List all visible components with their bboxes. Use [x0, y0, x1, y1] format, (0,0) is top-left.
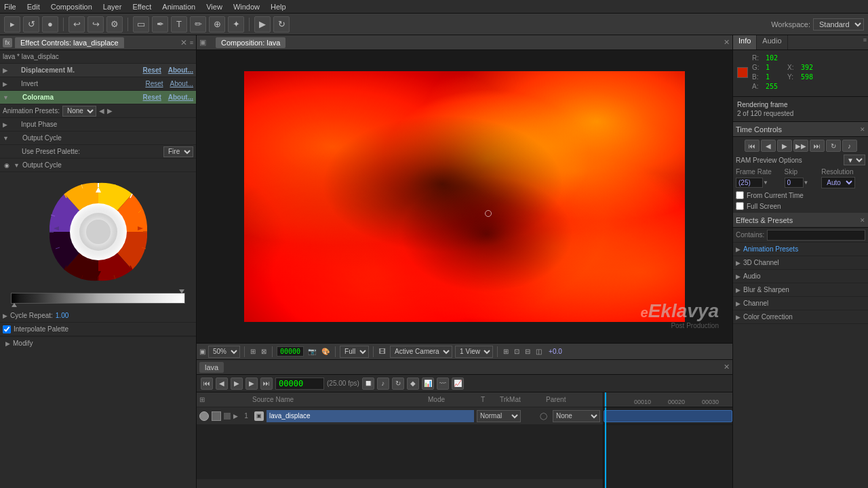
menu-edit[interactable]: Edit [26, 3, 41, 11]
tool-clone[interactable]: ⊕ [209, 16, 225, 33]
ctrl-3d[interactable]: ⊡ [513, 348, 521, 355]
tl-render[interactable]: 🔲 [362, 378, 374, 390]
timeline-bar-1[interactable] [604, 410, 732, 422]
effect-channel[interactable]: ▶ Channel [733, 297, 868, 310]
effect-controls-tab[interactable]: Effect Controls: lava_displace [15, 37, 124, 48]
layer-visibility[interactable] [199, 411, 209, 421]
tool-paint[interactable]: ● [42, 16, 58, 33]
transport-audio[interactable]: ♪ [842, 140, 857, 152]
menu-window[interactable]: Window [232, 3, 261, 11]
menu-animation[interactable]: Animation [161, 3, 197, 11]
tool-redo[interactable]: ↪ [87, 16, 104, 33]
tl-timecode[interactable] [275, 378, 324, 390]
tool-loop[interactable]: ↻ [273, 16, 290, 33]
colorama-row[interactable]: ▼ Colorama Reset About... [0, 91, 196, 104]
ctrl-safe[interactable]: ◫ [534, 348, 543, 355]
displacement-row[interactable]: ▶ Displacement M. Reset About... [0, 64, 196, 77]
menu-effect[interactable]: Effect [131, 3, 153, 11]
tool-arrow[interactable]: ▸ [4, 16, 20, 33]
effect-3d-channel[interactable]: ▶ 3D Channel [733, 256, 868, 270]
menu-layer[interactable]: Layer [102, 3, 123, 11]
invert-row[interactable]: ▶ Invert Reset About... [0, 77, 196, 91]
tl-graph[interactable]: 📈 [452, 378, 464, 390]
input-phase-row[interactable]: ▶ Input Phase [0, 118, 196, 131]
transport-last[interactable]: ⏭ [810, 140, 825, 152]
panel-close-button[interactable]: ✕ [180, 38, 187, 47]
layer-parent-select[interactable]: None [553, 410, 600, 422]
panel-menu-button[interactable]: ≡ [190, 39, 193, 46]
tl-chart[interactable]: 📊 [422, 378, 434, 390]
timeline-close[interactable]: ✕ [724, 363, 730, 371]
time-controls-close[interactable]: ✕ [860, 126, 865, 133]
tool-brush[interactable]: ✏ [190, 16, 206, 33]
colorama-about[interactable]: About... [168, 94, 193, 101]
tc-resolution-select[interactable]: Auto [821, 177, 855, 188]
workspace-dropdown[interactable]: Standard [813, 18, 864, 30]
effect-audio[interactable]: ▶ Audio [733, 270, 868, 283]
layer-audio[interactable] [212, 411, 221, 421]
gradient-strip[interactable] [11, 293, 185, 304]
transport-loop[interactable]: ↻ [826, 140, 841, 152]
layer-lock[interactable] [224, 413, 231, 420]
tool-pen[interactable]: ✒ [152, 16, 168, 33]
use-preset-select[interactable]: Fire [163, 146, 193, 157]
table-row[interactable]: ▶ 1 ▣ Normal ◯ None [197, 407, 603, 425]
colorama-reset[interactable]: Reset [143, 94, 161, 101]
transport-next-frame[interactable]: ▶▶ [793, 140, 808, 152]
transport-prev-frame[interactable]: ◀ [761, 140, 776, 152]
tl-motion[interactable]: 〰 [437, 378, 449, 390]
ctrl-color-picker[interactable]: 🎨 [320, 348, 331, 355]
comp-viewport[interactable]: eEklavya Post Production [197, 50, 732, 343]
tl-marker[interactable]: ◆ [407, 378, 419, 390]
tc-skip-input[interactable] [785, 178, 804, 188]
menu-help[interactable]: Help [269, 3, 288, 11]
timeline-playhead[interactable] [605, 392, 606, 407]
color-wheel-svg[interactable] [44, 178, 153, 286]
effects-close[interactable]: ✕ [860, 217, 865, 224]
presets-left[interactable]: ◀ [99, 107, 104, 115]
contains-input[interactable] [767, 230, 865, 241]
transport-play[interactable]: ▶ [777, 140, 792, 152]
menu-file[interactable]: File [3, 3, 18, 11]
camera-dropdown[interactable]: Active Camera [390, 346, 452, 358]
from-current-checkbox[interactable] [736, 191, 744, 199]
cycle-repeat-value[interactable]: 1.00 [56, 312, 68, 319]
tool-rect[interactable]: ▭ [133, 16, 149, 33]
ctrl-snap2[interactable]: ⊞ [502, 348, 510, 355]
views-dropdown[interactable]: 1 View [455, 346, 493, 358]
ctrl-snap[interactable]: ⊠ [260, 348, 268, 355]
displacement-about[interactable]: About... [168, 66, 193, 74]
menu-composition[interactable]: Composition [50, 3, 94, 11]
full-screen-checkbox[interactable] [736, 202, 744, 210]
zoom-dropdown[interactable]: 50% [208, 346, 240, 358]
tc-frame-rate-arrow[interactable]: ▼ [763, 180, 768, 186]
timeline-tab[interactable]: lava [199, 362, 224, 373]
tl-ctrl-play[interactable]: ▶ [231, 378, 243, 390]
right-panel-menu[interactable]: ≡ [862, 35, 868, 49]
layer-name-input[interactable] [267, 410, 474, 422]
tab-audio[interactable]: Audio [757, 35, 787, 49]
effect-color-correction[interactable]: ▶ Color Correction [733, 310, 868, 324]
tool-text[interactable]: T [171, 16, 187, 33]
tool-rotate[interactable]: ↺ [23, 16, 39, 33]
comp-close[interactable]: ✕ [724, 38, 730, 47]
tl-ctrl-last[interactable]: ⏭ [260, 378, 273, 390]
presets-right[interactable]: ▶ [107, 107, 113, 115]
tl-ctrl-prev[interactable]: ◀ [216, 378, 228, 390]
effect-animation-presets[interactable]: ▶ Animation Presets [733, 243, 868, 256]
transport-first[interactable]: ⏮ [745, 140, 760, 152]
tool-star[interactable]: ✦ [228, 16, 244, 33]
presets-select[interactable]: None [62, 106, 96, 117]
layer-expand[interactable]: ▶ [233, 413, 238, 420]
quality-dropdown[interactable]: Full [340, 346, 369, 358]
invert-about[interactable]: About... [170, 80, 193, 87]
ctrl-film[interactable]: 🎞 [378, 348, 387, 355]
comp-timecode[interactable]: 00000 [277, 346, 304, 357]
layer-mode-select[interactable]: Normal [477, 410, 521, 422]
ctrl-cam[interactable]: 📷 [307, 348, 317, 355]
output-cycle-header-row[interactable]: ▼ Output Cycle [0, 131, 196, 145]
tc-frame-rate-input[interactable] [736, 178, 763, 188]
modify-button[interactable]: ▶ Modify [0, 336, 196, 350]
tool-play[interactable]: ▶ [254, 16, 271, 33]
interpolate-checkbox[interactable] [3, 325, 11, 333]
